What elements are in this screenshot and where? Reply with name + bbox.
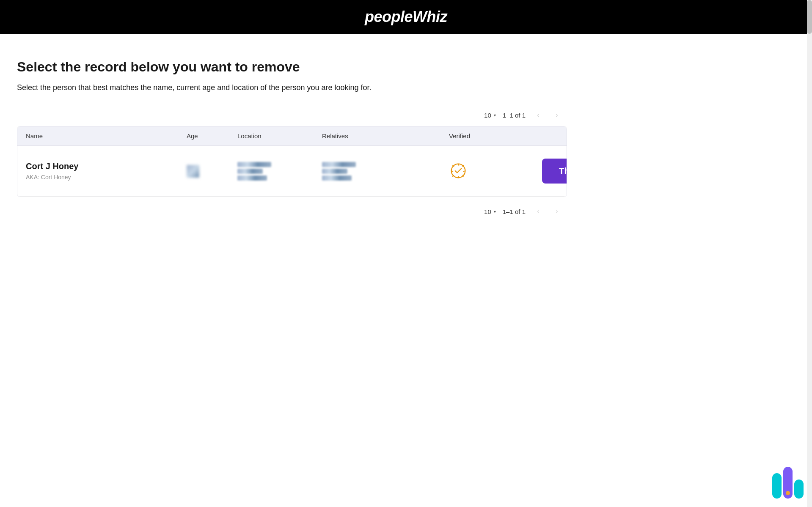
column-header-age: Age	[187, 132, 237, 140]
table-row: Cort J Honey AKA: Cort Honey	[17, 146, 567, 197]
page-range-top: 1–1 of 1	[503, 112, 526, 119]
age-cell	[187, 165, 237, 178]
column-header-name: Name	[26, 132, 187, 140]
person-name-cell: Cort J Honey AKA: Cort Honey	[26, 162, 187, 181]
relatives-blur-line-3	[322, 175, 352, 181]
relatives-blurred	[322, 162, 449, 181]
column-header-verified: Verified	[449, 132, 534, 140]
location-blur-line-1	[237, 162, 271, 167]
scrollbar-thumb[interactable]	[807, 0, 812, 34]
table-header: Name Age Location Relatives Verified	[17, 126, 567, 146]
column-header-location: Location	[237, 132, 322, 140]
scrollbar[interactable]	[807, 0, 812, 507]
verified-badge	[449, 162, 468, 180]
age-blurred	[187, 165, 199, 178]
action-cell: That's Me	[534, 159, 567, 184]
verified-icon	[450, 162, 467, 179]
widget-bar-right	[794, 480, 804, 499]
location-cell	[237, 162, 322, 181]
support-widget[interactable]	[772, 467, 804, 499]
thats-me-button[interactable]: That's Me	[542, 159, 567, 184]
person-aka: AKA: Cort Honey	[26, 174, 187, 181]
column-header-action	[534, 132, 558, 140]
location-blur-line-3	[237, 175, 267, 181]
per-page-value-bottom: 10	[484, 208, 491, 215]
page-subtitle: Select the person that best matches the …	[17, 83, 567, 92]
main-content: Select the record below you want to remo…	[0, 34, 584, 239]
relatives-cell	[322, 162, 449, 181]
location-blurred	[237, 162, 322, 181]
widget-bar-left	[772, 473, 782, 499]
widget-dot	[786, 491, 790, 495]
prev-page-button-bottom[interactable]: ‹	[532, 206, 544, 217]
column-header-relatives: Relatives	[322, 132, 449, 140]
chevron-down-icon-top: ▾	[494, 113, 496, 118]
per-page-selector-top[interactable]: 10 ▾	[484, 112, 496, 119]
chevron-down-icon-bottom: ▾	[494, 209, 496, 214]
relatives-blur-line-2	[322, 169, 347, 174]
page-range-bottom: 1–1 of 1	[503, 208, 526, 215]
next-page-button-top[interactable]: ›	[551, 109, 563, 121]
page-title: Select the record below you want to remo…	[17, 59, 567, 75]
pagination-top: 10 ▾ 1–1 of 1 ‹ ›	[17, 109, 567, 121]
prev-page-button-top[interactable]: ‹	[532, 109, 544, 121]
site-logo: peopleWhiz	[365, 8, 447, 26]
next-page-button-bottom[interactable]: ›	[551, 206, 563, 217]
results-table: Name Age Location Relatives Verified Cor…	[17, 126, 567, 197]
per-page-selector-bottom[interactable]: 10 ▾	[484, 208, 496, 215]
location-blur-line-2	[237, 169, 263, 174]
per-page-value-top: 10	[484, 112, 491, 119]
person-name: Cort J Honey	[26, 162, 187, 171]
relatives-blur-line-1	[322, 162, 356, 167]
verified-cell	[449, 162, 534, 181]
pagination-bottom: 10 ▾ 1–1 of 1 ‹ ›	[17, 206, 567, 217]
site-header: peopleWhiz	[0, 0, 812, 34]
